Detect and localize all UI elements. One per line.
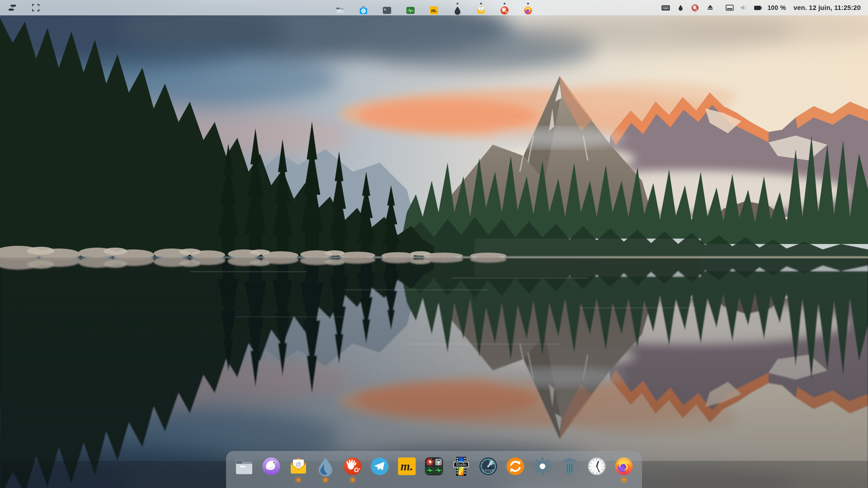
falkon-browser-icon bbox=[260, 455, 282, 477]
svg-text:G: G bbox=[505, 10, 507, 14]
firefox-icon bbox=[523, 5, 533, 15]
wallpaper-mountain-lake bbox=[0, 0, 868, 488]
gcompris-icon: G bbox=[342, 455, 363, 477]
running-indicator-dot bbox=[297, 479, 300, 481]
files-icon bbox=[233, 455, 255, 477]
keyboard-layout-icon[interactable] bbox=[661, 3, 670, 13]
svg-text:G: G bbox=[695, 8, 697, 10]
svg-text:$_: $_ bbox=[384, 8, 388, 11]
deluge-drop-icon bbox=[453, 5, 462, 15]
desktop: $_ m. bbox=[0, 0, 868, 488]
panel-app-mail[interactable]: @ bbox=[476, 5, 486, 15]
workspace-overview-button[interactable] bbox=[28, 1, 43, 14]
battery-full-icon bbox=[753, 3, 763, 13]
dock-settings[interactable] bbox=[532, 455, 553, 477]
utilities-folder-icon bbox=[423, 455, 445, 477]
running-indicator-dot bbox=[623, 479, 625, 481]
system-monitor-icon bbox=[406, 5, 415, 15]
dock-clock[interactable] bbox=[586, 455, 608, 477]
panel-app-komikku[interactable]: m. bbox=[429, 5, 439, 15]
mail-icon: @ bbox=[288, 455, 309, 477]
panel-app-deluge[interactable] bbox=[453, 5, 462, 15]
gcompris-indicator-icon[interactable]: G bbox=[691, 4, 699, 12]
running-indicator-dot bbox=[504, 3, 505, 5]
display-indicator-icon bbox=[725, 3, 734, 12]
deluge-drop-icon bbox=[315, 455, 336, 477]
dock-falkon[interactable] bbox=[260, 455, 282, 477]
zorin-menu-button[interactable] bbox=[5, 1, 20, 14]
panel-app-system-monitor[interactable] bbox=[406, 5, 415, 15]
top-panel-right: G 100 % bbox=[661, 0, 868, 15]
panel-app-firefox[interactable] bbox=[523, 5, 533, 15]
dock-files[interactable] bbox=[233, 455, 255, 477]
clock-icon bbox=[586, 455, 608, 477]
dock: @ bbox=[226, 451, 642, 488]
zorin-logo-icon bbox=[7, 3, 17, 13]
terminal-icon: $_ bbox=[382, 5, 392, 15]
dock-mail[interactable]: @ bbox=[288, 455, 309, 477]
top-panel-favorites: $_ m. bbox=[335, 0, 533, 17]
svg-text:m.: m. bbox=[431, 7, 437, 14]
panel-app-software[interactable] bbox=[359, 5, 368, 15]
system-tray: G bbox=[661, 3, 714, 13]
komikku-icon: m. bbox=[429, 5, 439, 15]
svg-text:m.: m. bbox=[401, 460, 413, 473]
video-studio-icon: Studio bbox=[450, 455, 472, 477]
telegram-icon bbox=[369, 455, 391, 477]
trash-icon bbox=[559, 455, 580, 477]
stacer-icon: STACER bbox=[477, 455, 499, 477]
battery-percentage: 100 % bbox=[768, 4, 786, 11]
top-panel-left bbox=[0, 1, 43, 14]
mail-icon: @ bbox=[476, 5, 486, 15]
panel-app-files[interactable] bbox=[335, 5, 345, 15]
svg-text:G: G bbox=[354, 466, 359, 474]
running-indicator-dot bbox=[351, 479, 354, 481]
firefox-icon bbox=[613, 455, 635, 477]
dock-trash[interactable] bbox=[559, 455, 580, 477]
dock-komikku[interactable]: m. bbox=[396, 455, 418, 477]
dock-video-studio[interactable]: Studio bbox=[450, 455, 472, 477]
panel-app-gcompris[interactable]: G bbox=[500, 5, 509, 15]
panel-app-terminal[interactable]: $_ bbox=[382, 5, 392, 15]
workspace-corners-icon bbox=[31, 3, 41, 13]
svg-text:@: @ bbox=[480, 8, 482, 11]
deluge-indicator-icon[interactable] bbox=[677, 4, 684, 11]
dock-telegram[interactable] bbox=[369, 455, 391, 477]
software-updater-icon bbox=[505, 455, 526, 477]
running-indicator-dot bbox=[480, 3, 482, 5]
running-indicator-dot bbox=[457, 3, 458, 5]
svg-text:@: @ bbox=[296, 461, 302, 468]
running-indicator-dot bbox=[527, 3, 529, 5]
dock-gcompris[interactable]: G bbox=[342, 455, 363, 477]
svg-text:STACER: STACER bbox=[483, 469, 494, 472]
settings-gear-icon bbox=[532, 455, 553, 477]
status-area[interactable]: 100 % ven. 12 juin, 11:25:20 bbox=[725, 3, 861, 13]
volume-icon bbox=[739, 3, 748, 12]
software-store-icon bbox=[359, 5, 368, 15]
dock-deluge[interactable] bbox=[315, 455, 336, 477]
files-icon bbox=[335, 5, 345, 15]
dock-utilities-folder[interactable] bbox=[423, 455, 445, 477]
clock-date-time[interactable]: ven. 12 juin, 11:25:20 bbox=[793, 4, 861, 11]
svg-text:Studio: Studio bbox=[456, 462, 467, 467]
top-panel: $_ m. bbox=[0, 0, 868, 15]
eject-icon[interactable] bbox=[706, 4, 714, 12]
dock-firefox[interactable] bbox=[613, 455, 635, 477]
dock-stacer[interactable]: STACER bbox=[477, 455, 499, 477]
komikku-icon: m. bbox=[396, 455, 418, 477]
running-indicator-dot bbox=[324, 479, 327, 481]
gcompris-icon: G bbox=[500, 5, 509, 15]
dock-software-updater[interactable] bbox=[505, 455, 526, 477]
